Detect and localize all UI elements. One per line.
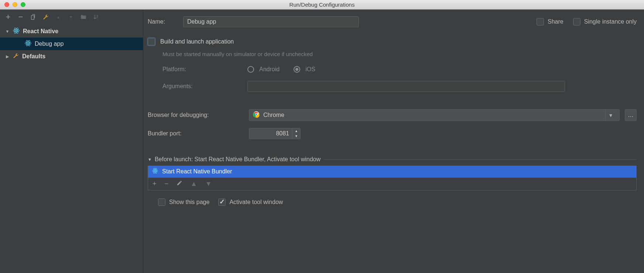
share-label: Share xyxy=(548,18,564,25)
copy-config-button[interactable] xyxy=(30,13,37,21)
browser-select[interactable]: Chrome ▾ xyxy=(249,109,620,121)
spinner-down-icon[interactable]: ▼ xyxy=(292,134,300,139)
browser-more-button[interactable]: … xyxy=(625,109,637,121)
platform-ios-radio[interactable] xyxy=(294,66,300,73)
wrench-icon xyxy=(13,52,19,61)
browser-label: Browser for debugging: xyxy=(148,112,244,118)
show-page-checkbox[interactable] xyxy=(158,198,165,206)
window-title: Run/Debug Configurations xyxy=(0,1,644,8)
react-icon xyxy=(13,27,20,36)
folder-button[interactable] xyxy=(80,13,87,21)
tree-item-label: Debug app xyxy=(35,41,64,47)
activate-window-label: Activate tool window xyxy=(229,199,283,205)
browser-value: Chrome xyxy=(263,112,284,118)
expand-arrow-icon: ▼ xyxy=(5,29,10,34)
before-launch-toolbar: + − ▲ ▼ xyxy=(148,177,636,190)
task-move-down-button[interactable]: ▼ xyxy=(205,180,212,188)
remove-task-button[interactable]: − xyxy=(165,180,169,188)
arguments-label: Arguments: xyxy=(162,83,242,90)
react-icon xyxy=(152,167,158,176)
arguments-input[interactable] xyxy=(247,81,565,92)
move-down-button[interactable] xyxy=(67,13,75,21)
platform-ios-label: iOS xyxy=(305,66,315,73)
tree-cat-label: React Native xyxy=(23,28,58,35)
platform-android-radio[interactable] xyxy=(247,66,254,73)
titlebar: Run/Debug Configurations xyxy=(0,0,644,10)
single-instance-checkbox[interactable] xyxy=(573,18,580,25)
bundler-port-label: Bundler port: xyxy=(148,130,244,137)
bundler-port-spinner[interactable]: 8081 ▲ ▼ xyxy=(249,128,301,139)
build-launch-hint: Must be started manually on simulator or… xyxy=(148,51,637,57)
activate-window-checkbox[interactable] xyxy=(218,198,226,206)
svg-point-0 xyxy=(16,30,17,31)
tree-item-debug-app[interactable]: Debug app xyxy=(0,38,143,50)
name-input[interactable] xyxy=(183,16,359,27)
chrome-icon xyxy=(253,111,260,119)
move-up-button[interactable] xyxy=(55,13,62,21)
task-move-up-button[interactable]: ▲ xyxy=(191,180,197,188)
platform-android-label: Android xyxy=(259,66,280,73)
before-launch-header[interactable]: ▼ Before launch: Start React Native Bund… xyxy=(148,156,637,163)
config-tree: ▼ React Native Debug app ▶ Defaults xyxy=(0,24,143,63)
sidebar-toolbar xyxy=(0,12,143,24)
add-config-button[interactable] xyxy=(4,13,12,21)
single-instance-label: Single instance only xyxy=(584,18,637,25)
divider xyxy=(323,159,637,160)
dropdown-arrow-icon: ▾ xyxy=(605,110,616,121)
remove-config-button[interactable] xyxy=(17,13,24,21)
build-launch-checkbox[interactable] xyxy=(148,38,155,45)
save-template-button[interactable] xyxy=(42,13,49,21)
bundler-port-value: 8081 xyxy=(249,130,292,137)
before-launch-item[interactable]: Start React Native Bundler xyxy=(148,166,636,177)
build-launch-label: Build and launch application xyxy=(160,38,234,45)
tree-cat-label: Defaults xyxy=(22,53,45,60)
expand-arrow-icon: ▶ xyxy=(5,54,10,59)
collapse-arrow-icon: ▼ xyxy=(148,157,152,162)
sort-button[interactable] xyxy=(92,13,100,21)
before-launch-item-label: Start React Native Bundler xyxy=(162,168,232,175)
name-label: Name: xyxy=(148,18,178,25)
edit-task-button[interactable] xyxy=(177,180,182,188)
before-launch-title: Before launch: Start React Native Bundle… xyxy=(155,156,321,163)
show-page-label: Show this page xyxy=(169,199,209,205)
spinner-up-icon[interactable]: ▲ xyxy=(292,128,300,134)
svg-point-11 xyxy=(155,170,156,172)
react-icon xyxy=(24,39,32,48)
share-checkbox[interactable] xyxy=(537,18,544,25)
tree-cat-defaults[interactable]: ▶ Defaults xyxy=(0,50,143,63)
add-task-button[interactable]: + xyxy=(153,180,157,188)
config-sidebar: ▼ React Native Debug app ▶ Defaults xyxy=(0,10,143,273)
platform-label: Platform: xyxy=(162,66,242,73)
svg-point-4 xyxy=(27,42,28,44)
tree-cat-react-native[interactable]: ▼ React Native xyxy=(0,25,143,38)
config-form: Name: Share Single instance only Build a… xyxy=(143,10,644,273)
before-launch-list: Start React Native Bundler + − ▲ ▼ xyxy=(148,166,637,190)
